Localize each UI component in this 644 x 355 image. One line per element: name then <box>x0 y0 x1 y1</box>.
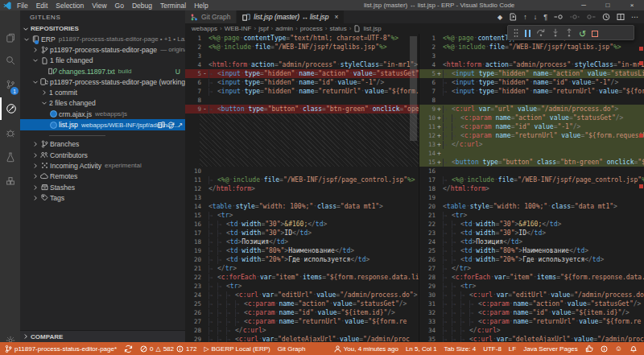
minimize-button[interactable]: ─ <box>572 0 596 10</box>
oc-next-button[interactable] <box>586 14 596 20</box>
code-line-modified[interactable]: 8 <box>419 96 644 105</box>
tab-git-graph[interactable]: Git Graph <box>185 10 237 23</box>
maximize-button[interactable]: □ <box>596 0 620 10</box>
code-line-original[interactable]: 7→<input·type="hidden"·name="returnUrl"·… <box>185 87 419 96</box>
pause-button[interactable] <box>525 26 530 40</box>
drag-button[interactable] <box>513 27 519 39</box>
status-encoding[interactable]: UTF-8 <box>483 342 502 355</box>
code-line-original[interactable]: 9-→<button·type="button"·class="btn-gree… <box>185 105 419 114</box>
code-line-modified[interactable]: 34→→→</c:url> <box>419 326 644 335</box>
status-feedback-like[interactable] <box>585 342 593 355</box>
code-line-modified[interactable]: 10+→→<c:param·name="action"·value="statu… <box>419 114 644 122</box>
code-line-modified[interactable]: 23→→<td·width="30">ID</td> <box>419 229 644 237</box>
whitespace-button[interactable]: ¶ <box>543 13 547 21</box>
code-line-modified[interactable]: 18</html:form> <box>419 184 644 193</box>
code-line-original[interactable]: 27→→→→<c:param·name="returnUrl"·value="$… <box>185 317 419 326</box>
menu-go[interactable]: Go <box>111 0 128 10</box>
code-line-original[interactable]: 22→<c:forEach·var="item"·items="${form.r… <box>185 273 419 282</box>
code-line-original[interactable]: 29→→→<c:url·var="deleteAjaxUrl"·value="/… <box>185 335 419 342</box>
status-git-graph[interactable]: Git Graph <box>278 342 306 355</box>
code-line-original[interactable]: 17→→<td·width="30">ID</td> <box>185 229 419 237</box>
code-line-original[interactable]: 19→→<td·width="80%">Наименование</td> <box>185 246 419 255</box>
breadcrumb-item[interactable]: list.jsp <box>363 25 381 32</box>
status-blame[interactable]: You, 4 minutes ago <box>334 342 398 355</box>
oc-mid-button[interactable] <box>570 14 580 20</box>
tree-item-p11897-process-status-editor-page-working[interactable]: p11897-process-status-editor-page (worki… <box>20 76 185 87</box>
code-line-modified[interactable]: 27→</tr> <box>419 264 644 273</box>
restart-button[interactable]: ↺ <box>579 26 586 40</box>
code-line-original[interactable]: 21→</tr> <box>185 264 419 273</box>
code-line-original[interactable]: 12</html:form> <box>185 184 419 193</box>
tree-item-tags[interactable]: Tags <box>20 192 185 203</box>
activity-search-icon[interactable] <box>0 49 20 72</box>
code-line-original[interactable]: 14<table·style="width: 100%;"·class="dat… <box>185 202 419 211</box>
code-line-original[interactable]: 24→→→<c:url·var="editUrl"·value="/admin/… <box>185 291 419 299</box>
code-line-modified[interactable]: 16 <box>419 167 644 175</box>
breadcrumb-item[interactable]: WEB-INF <box>225 25 252 32</box>
activity-source-control-icon[interactable]: 1 <box>0 73 20 96</box>
scrollbar-thumb[interactable] <box>410 36 417 141</box>
menu-debug[interactable]: Debug <box>128 0 156 10</box>
breadcrumb-item[interactable]: jspf <box>258 25 268 32</box>
code-line-modified[interactable]: 31→→→→<c:param·name="action"·value="stat… <box>419 299 644 308</box>
code-line-modified[interactable]: 3 <box>419 52 644 60</box>
status-sync[interactable] <box>124 342 133 355</box>
code-line-original[interactable]: 20→→<td·width="20%">Где·используется</td… <box>185 255 419 264</box>
activity-debug-icon[interactable] <box>0 122 20 144</box>
status-debug-config[interactable]: ▷BGERP Local (ERP) <box>204 342 270 355</box>
activity-test-icon[interactable] <box>0 146 20 168</box>
code-line-modified[interactable]: 9+→<c:url·var="url"·value="/admin/proces… <box>419 105 644 114</box>
status-branch[interactable]: p11897-process-status-editor-page* <box>5 342 117 355</box>
code-line-modified[interactable]: 32→→→→<c:param·name="id"·value="${item.i… <box>419 308 644 317</box>
oc-prev-button[interactable] <box>554 14 564 20</box>
code-line-original[interactable]: 4<html:form·action="admin/process"·style… <box>185 60 419 69</box>
code-line-original[interactable]: 25→→→→<c:param·name="action"·value="stat… <box>185 299 419 308</box>
code-line-original[interactable]: 11→<%@·include·file="/WEB-INF/jspf/page_… <box>185 175 419 184</box>
code-line-modified[interactable]: 22→→<td·width="30">&#160;</td> <box>419 220 644 229</box>
status-notifications[interactable] <box>630 342 638 355</box>
repositories-section-header[interactable]: REPOSITORIES <box>20 23 185 34</box>
code-line-modified[interactable]: 4<html:form·action="admin/process"·style… <box>419 60 644 69</box>
code-line-original[interactable]: 16→→<td·width="30">&#160;</td> <box>185 220 419 229</box>
code-line-original[interactable]: 1<%@·page·contentType="text/html; charse… <box>185 34 419 43</box>
code-line-original[interactable]: 15→<tr> <box>185 211 419 220</box>
code-line-original[interactable]: 23→→<tr> <box>185 282 419 291</box>
step-out-button[interactable] <box>565 28 573 37</box>
code-line-modified[interactable]: 30→→→<c:url·var="editUrl"·value="/admin/… <box>419 291 644 299</box>
code-line-modified[interactable]: 29→→<tr> <box>419 282 644 291</box>
next-change-button[interactable]: ↓ <box>534 13 538 21</box>
tree-item-incoming-activity[interactable]: Incoming Activityexperimental <box>20 160 185 171</box>
code-line-modified[interactable]: 13+→</c:url> <box>419 140 644 149</box>
code-line-original[interactable]: 26→→→→<c:param·name="id"·value="${item.i… <box>185 308 419 317</box>
status-eol[interactable]: LF <box>509 342 516 355</box>
code-line-original[interactable]: 6→<input·type="hidden"·name="id"·value="… <box>185 78 419 87</box>
breadcrumb-item[interactable]: process <box>300 25 323 32</box>
tree-item-p11897-process-status-editor-page[interactable]: p11897-process-status-editor-page— origi… <box>20 44 185 55</box>
code-line-modified[interactable]: 21→<tr> <box>419 211 644 220</box>
code-line-modified[interactable]: 7→<input·type="hidden"·name="returnUrl"·… <box>419 87 644 96</box>
timeline-button[interactable] <box>602 13 610 21</box>
code-line-modified[interactable]: 35→→→<c:url·var="deleteAjaxUrl"·value="/… <box>419 335 644 342</box>
open-file-button[interactable] <box>509 13 517 21</box>
code-line-original[interactable]: 2<%@·include·file="/WEB-INF/jspf/taglibs… <box>185 43 419 52</box>
code-line-modified[interactable]: 5+→<input·type="hidden"·name="action"·va… <box>419 69 644 78</box>
compare-section-header[interactable]: COMPARE <box>20 330 185 342</box>
tree-item-1-commit[interactable]: 1 commit <box>20 87 185 97</box>
code-line-modified[interactable]: 25→→<td·width="80%">Наименование</td> <box>419 246 644 255</box>
tree-item-stashes[interactable]: Stashes <box>20 182 185 192</box>
code-line-modified[interactable]: 26→→<td·width="20%">Где·используется</td… <box>419 255 644 264</box>
breadcrumb-item[interactable]: webapps <box>192 25 217 32</box>
code-line-original[interactable]: 18→→<td>Позиция</td> <box>185 237 419 246</box>
menu-file[interactable]: File <box>13 0 32 10</box>
code-line-modified[interactable]: 14+ <box>419 149 644 158</box>
code-line-modified[interactable]: 15+→<button·type="button"·class="btn-gre… <box>419 158 644 167</box>
stop-button[interactable] <box>592 26 598 40</box>
code-line-original[interactable]: 5-→<input·type="hidden"·name="action"·va… <box>185 69 419 78</box>
menu-terminal[interactable]: Terminal <box>156 0 190 10</box>
menu-selection[interactable]: Selection <box>52 0 88 10</box>
code-line-modified[interactable]: 24→→<td>Позиция</td> <box>419 237 644 246</box>
activity-gitlens-icon[interactable] <box>0 97 20 120</box>
tree-item-remotes[interactable]: Remotes <box>20 171 185 182</box>
menu-edit[interactable]: Edit <box>32 0 52 10</box>
tree-item-contributors[interactable]: Contributors <box>20 150 185 160</box>
